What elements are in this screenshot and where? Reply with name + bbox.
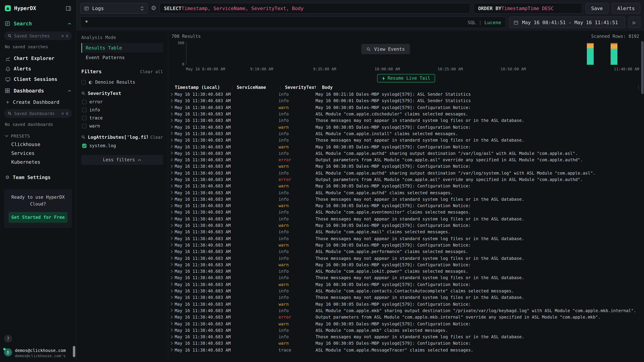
- sidebar-item-client-sessions[interactable]: Client Sessions: [0, 74, 76, 84]
- table-row[interactable]: May 16 11:38:40.683 AMinfoMay 16 00:06:0…: [168, 97, 644, 104]
- results-scrollbar[interactable]: [641, 41, 644, 94]
- row-expand-chevron-icon[interactable]: [168, 256, 175, 260]
- table-row[interactable]: May 16 11:38:40.683 AMinfoThose messages…: [168, 255, 644, 261]
- row-expand-chevron-icon[interactable]: [168, 230, 175, 234]
- table-row[interactable]: May 16 11:38:40.683 AMinfoThose messages…: [168, 117, 644, 124]
- attr-clear-link[interactable]: Clear: [150, 135, 163, 140]
- table-row[interactable]: May 16 11:38:40.683 AMwarnMay 16 00:30:0…: [168, 261, 644, 268]
- table-row[interactable]: May 16 11:38:40.683 AMwarnMay 16 00:30:0…: [168, 320, 644, 327]
- sidebar-item-chart-explorer[interactable]: Chart Explorer: [0, 53, 76, 63]
- presets-toggle[interactable]: PRESETS: [0, 131, 76, 140]
- user-menu[interactable]: D demos@clickhouse.com demos@clickhouse.…: [4, 348, 72, 358]
- table-options-kebab-icon[interactable]: ⋮: [636, 85, 641, 90]
- table-row[interactable]: May 16 11:38:40.683 AMwarnMay 16 00:30:0…: [168, 340, 644, 347]
- row-expand-chevron-icon[interactable]: [168, 125, 175, 129]
- row-expand-chevron-icon[interactable]: [168, 178, 175, 181]
- table-row[interactable]: May 16 11:38:40.683 AMwarnMay 16 00:30:0…: [168, 222, 644, 229]
- search-query-box[interactable]: SQL | Lucene: [80, 16, 506, 28]
- save-button[interactable]: Save: [586, 3, 608, 14]
- row-expand-chevron-icon[interactable]: [168, 145, 175, 148]
- preset-item[interactable]: Clickhouse: [0, 140, 76, 149]
- table-row[interactable]: May 16 11:38:40.683 AMinfoASL Module "co…: [168, 111, 644, 117]
- table-row[interactable]: May 16 11:38:40.683 AMwarnMay 16 00:30:0…: [168, 281, 644, 288]
- table-row[interactable]: May 16 11:38:40.683 AMwarnMay 16 00:30:0…: [168, 301, 644, 307]
- select-clause-input[interactable]: SELECT Timestamp, ServiceName, SeverityT…: [160, 3, 470, 14]
- table-row[interactable]: May 16 11:38:40.683 AMinfoASL Module "co…: [168, 288, 644, 294]
- histogram-bar[interactable]: [587, 43, 594, 65]
- preset-item[interactable]: Services: [0, 149, 76, 158]
- row-expand-chevron-icon[interactable]: [168, 132, 175, 135]
- search-input[interactable]: [85, 19, 468, 25]
- table-row[interactable]: May 16 11:38:40.683 AMinfoASL Module "co…: [168, 327, 644, 334]
- less-filters-button[interactable]: Less filters: [81, 155, 163, 165]
- filter-option-row[interactable]: error: [82, 98, 163, 106]
- table-row[interactable]: May 16 11:38:40.683 AMwarnMay 16 00:30:0…: [168, 124, 644, 130]
- saved-dashboards-input[interactable]: ⌘ K: [4, 109, 72, 118]
- row-expand-chevron-icon[interactable]: [168, 309, 175, 312]
- row-expand-chevron-icon[interactable]: [168, 283, 175, 286]
- table-row[interactable]: May 16 11:38:40.683 AMinfoASL Module "co…: [168, 307, 644, 314]
- filter-checkbox[interactable]: [82, 108, 86, 112]
- row-expand-chevron-icon[interactable]: [168, 237, 175, 240]
- table-row[interactable]: May 16 11:38:40.683 AMinfoASL Module "co…: [168, 229, 644, 235]
- row-expand-chevron-icon[interactable]: [168, 269, 175, 273]
- table-row[interactable]: May 16 11:38:40.683 AMinfoASL Module "co…: [168, 150, 644, 156]
- row-expand-chevron-icon[interactable]: [168, 224, 175, 227]
- results-scrollbar-track[interactable]: [641, 34, 644, 361]
- table-row[interactable]: May 16 11:38:40.683 AMinfoMay 16 00:21:1…: [168, 91, 644, 97]
- row-expand-chevron-icon[interactable]: [168, 138, 175, 142]
- saved-searches-field[interactable]: [14, 33, 59, 38]
- table-row[interactable]: May 16 11:38:40.683 AMinfoThose messages…: [168, 137, 644, 143]
- row-expand-chevron-icon[interactable]: [168, 112, 175, 116]
- source-settings-gear-icon[interactable]: ⚙: [151, 5, 156, 11]
- chevron-up-icon[interactable]: [68, 22, 71, 25]
- row-expand-chevron-icon[interactable]: [168, 296, 175, 299]
- table-row[interactable]: May 16 11:38:40.683 AMwarnMay 16 00:30:0…: [168, 104, 644, 111]
- row-expand-chevron-icon[interactable]: [168, 158, 175, 162]
- row-expand-chevron-icon[interactable]: [168, 250, 175, 253]
- row-expand-chevron-icon[interactable]: [168, 204, 175, 207]
- denoise-checkbox[interactable]: [81, 80, 86, 84]
- row-expand-chevron-icon[interactable]: [168, 328, 175, 332]
- row-expand-chevron-icon[interactable]: [168, 105, 175, 109]
- sidebar-collapse-icon[interactable]: [66, 5, 71, 11]
- table-row[interactable]: May 16 11:38:40.683 AMerrorOutput parame…: [168, 176, 644, 183]
- row-expand-chevron-icon[interactable]: [168, 164, 175, 168]
- row-expand-chevron-icon[interactable]: [168, 151, 175, 155]
- filter-checkbox[interactable]: [82, 143, 86, 148]
- filter-option-row[interactable]: warn: [82, 122, 163, 130]
- row-expand-chevron-icon[interactable]: [168, 263, 175, 266]
- denoise-checkbox-row[interactable]: ◐ Denoise Results: [81, 78, 163, 86]
- row-expand-chevron-icon[interactable]: [168, 322, 175, 325]
- table-row[interactable]: May 16 11:38:40.683 AMinfoASL Module "co…: [168, 130, 644, 137]
- sidebar-scrollbar[interactable]: [73, 346, 75, 357]
- column-header-timestamp[interactable]: Timestamp (Local): [175, 85, 230, 90]
- table-row[interactable]: May 16 11:38:40.683 AMinfoThose messages…: [168, 275, 644, 281]
- row-expand-chevron-icon[interactable]: [168, 184, 175, 188]
- row-expand-chevron-icon[interactable]: [168, 342, 175, 345]
- lang-sql-option[interactable]: SQL: [468, 19, 476, 25]
- row-expand-chevron-icon[interactable]: [168, 302, 175, 306]
- filter-option-row[interactable]: system.log: [82, 142, 163, 150]
- mode-results-table[interactable]: Results Table: [81, 43, 163, 53]
- get-started-button[interactable]: Get Started for Free: [8, 212, 68, 223]
- resume-live-tail-button[interactable]: Resume Live Tail: [377, 74, 435, 82]
- table-row[interactable]: May 16 11:38:40.683 AMinfoASL Module "co…: [168, 248, 644, 255]
- sidebar-item-dashboards[interactable]: Dashboards: [0, 84, 76, 97]
- table-row[interactable]: May 16 11:38:40.683 AMerrorOutput parame…: [168, 314, 644, 320]
- source-select[interactable]: Logs: [80, 3, 148, 14]
- chevron-up-icon[interactable]: [68, 89, 71, 92]
- saved-dashboards-field[interactable]: [14, 111, 59, 116]
- row-expand-chevron-icon[interactable]: [168, 171, 175, 175]
- row-expand-chevron-icon[interactable]: [168, 191, 175, 194]
- table-row[interactable]: May 16 11:38:40.683 AMinfoThose messages…: [168, 235, 644, 242]
- column-header-severitytext[interactable]: ⋮SeverityText: [278, 85, 316, 90]
- table-row[interactable]: May 16 11:38:40.683 AMinfoASL Module "co…: [168, 268, 644, 275]
- sidebar-item-search[interactable]: Search: [0, 17, 76, 30]
- table-row[interactable]: May 16 11:38:40.683 AMwarnMay 16 00:30:0…: [168, 242, 644, 248]
- column-header-servicename[interactable]: ⋮ServiceName: [230, 85, 278, 90]
- view-events-button[interactable]: View Events: [361, 44, 410, 54]
- filter-option-row[interactable]: info: [82, 106, 163, 114]
- row-expand-chevron-icon[interactable]: [168, 197, 175, 201]
- row-expand-chevron-icon[interactable]: [168, 243, 175, 247]
